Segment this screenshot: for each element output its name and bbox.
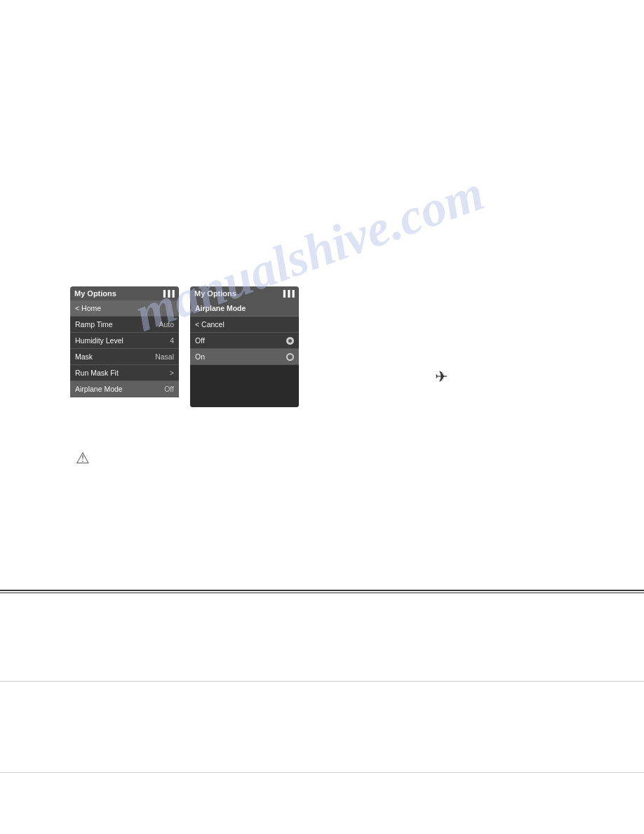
screen1-signal: ▐▐▐ [161, 290, 175, 297]
screen1-home-row[interactable]: < Home [70, 300, 179, 317]
screen2-body: Airplane Mode < Cancel Off On [190, 300, 299, 407]
divider-line-1 [0, 590, 644, 591]
divider-line-4 [0, 772, 644, 773]
screen2-on-radio [286, 353, 294, 361]
screen1-ramp-label: Ramp Time [75, 320, 113, 329]
screen2-section-label: Airplane Mode [190, 300, 299, 317]
screen2-title: My Options [194, 289, 236, 298]
screens-container: My Options ▐▐▐ < Home Ramp Time Auto Hum… [70, 286, 299, 407]
screen2-option-off[interactable]: Off [190, 333, 299, 349]
screen1-header: My Options ▐▐▐ [70, 286, 179, 300]
screen2-off-radio [286, 337, 294, 345]
device-screen-2: My Options ▐▐▐ Airplane Mode < Cancel Of… [190, 286, 299, 407]
screen1-row-4[interactable]: Airplane Mode Off [70, 381, 179, 397]
screen1-mask-value: Nasal [155, 352, 174, 361]
screen2-on-label: On [195, 352, 205, 361]
divider-line-3 [0, 681, 644, 682]
screen2-option-on[interactable]: On [190, 349, 299, 365]
screen1-humidity-label: Humidity Level [75, 336, 123, 345]
screen2-cancel-row[interactable]: < Cancel [190, 317, 299, 333]
screen1-runmask-arrow: > [170, 369, 174, 377]
screen1-runmask-label: Run Mask Fit [75, 369, 119, 377]
screen2-empty-area [190, 365, 299, 407]
screen1-mask-label: Mask [75, 352, 93, 361]
screen1-row-3[interactable]: Run Mask Fit > [70, 365, 179, 381]
screen1-airplane-value: Off [164, 385, 174, 393]
warning-icon: ⚠ [76, 449, 90, 468]
screen1-title: My Options [74, 289, 116, 298]
screen1-body: < Home Ramp Time Auto Humidity Level 4 M… [70, 300, 179, 397]
device-screen-1: My Options ▐▐▐ < Home Ramp Time Auto Hum… [70, 286, 179, 407]
airplane-icon: ✈ [435, 368, 448, 386]
screen2-off-label: Off [195, 336, 205, 345]
screen2-header: My Options ▐▐▐ [190, 286, 299, 300]
screen1-ramp-value: Auto [159, 320, 174, 329]
screen1-row-1[interactable]: Humidity Level 4 [70, 333, 179, 349]
screen1-humidity-value: 4 [170, 336, 174, 345]
screen2-cancel-label: < Cancel [195, 320, 224, 329]
screen1-airplane-label: Airplane Mode [75, 385, 123, 393]
screen1-row-0[interactable]: Ramp Time Auto [70, 317, 179, 333]
divider-line-2 [0, 593, 644, 593]
screen1-home-label: < Home [75, 304, 101, 312]
screen2-signal: ▐▐▐ [281, 290, 295, 297]
screen1-row-2[interactable]: Mask Nasal [70, 349, 179, 365]
